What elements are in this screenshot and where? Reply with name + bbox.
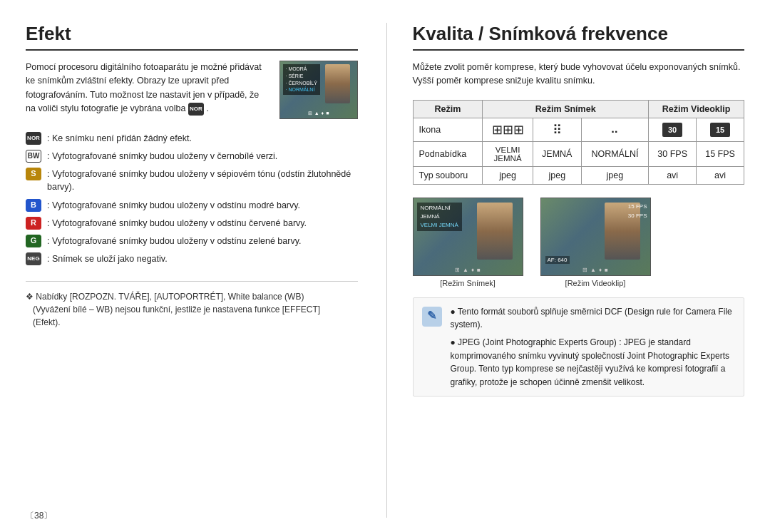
table-row-podnabidka: Podnabídka VELMIJEMNÁ JEMNÁ NORMÁLNÍ 30 … (413, 141, 744, 166)
preview-fps-labels: 15 FPS 30 FPS (628, 203, 647, 221)
cell-icon-grid4: ⠿ (533, 118, 581, 141)
cell-fine: JEMNÁ (533, 141, 581, 166)
cell-icon-30fps: 30 (649, 118, 697, 141)
cell-typ-jpeg3: jpeg (581, 166, 649, 184)
portrait-figure (325, 64, 350, 103)
left-title: Efekt (26, 23, 358, 51)
badge-nor: NOR (26, 132, 41, 145)
right-title: Kvalita / Snímková frekvence (413, 23, 745, 51)
info-icon: ✎ (422, 307, 442, 327)
effect-list: NOR : Ke snímku není přidán žádný efekt.… (26, 132, 358, 265)
cell-icon-15fps: 15 (697, 118, 744, 141)
effect-item-blue: B : Vyfotografované snímky budou uloženy… (26, 199, 358, 212)
cell-typ-jpeg2: jpeg (533, 166, 581, 184)
icon-30fps: 30 (662, 123, 682, 137)
preview-af-indicator: AF: 640 (545, 256, 570, 264)
cell-30fps-label: 30 FPS (649, 141, 697, 166)
cell-very-fine: VELMIJEMNÁ (483, 141, 533, 166)
icon-dots2: ⠤ (610, 123, 619, 135)
col-header-rezim: Režim (413, 100, 483, 118)
effect-text-blue: : Vyfotografované snímky budou uloženy v… (47, 199, 300, 212)
table-row-typ: Typ souboru jpeg jpeg jpeg avi avi (413, 166, 744, 184)
cell-icon-grid9: ⊞⊞⊞ (483, 118, 533, 141)
intro-block: Pomocí procesoru digitálního fotoaparátu… (26, 61, 358, 119)
info-box: ✎ ● Tento formát souborů splňuje směrnic… (413, 297, 745, 397)
preview-videoklip: 15 FPS 30 FPS AF: 640 ⊞ ▲ ♦ ■ [Režim Vid… (540, 198, 651, 287)
intro-text-area: Pomocí procesoru digitálního fotoaparátu… (26, 61, 270, 119)
cell-15fps-label: 15 FPS (697, 141, 744, 166)
effect-text-green: : Vyfotografované snímky budou uloženy v… (47, 235, 301, 247)
menu-item-serie: · SÉRIE (286, 73, 317, 80)
cell-typ-avi2: avi (697, 166, 744, 184)
preview-videoklip-screen: 15 FPS 30 FPS AF: 640 ⊞ ▲ ♦ ■ (540, 198, 651, 276)
left-section: Efekt Pomocí procesoru digitálního fotoa… (26, 23, 358, 518)
col-header-snimek: Režim Snímek (483, 100, 649, 118)
info-text-block: ● Tento formát souborů splňuje směrnici … (451, 305, 736, 389)
cell-typ-jpeg1: jpeg (483, 166, 533, 184)
effect-text-bw: : Vyfotografované snímky budou uloženy v… (47, 150, 277, 163)
info-bullet-2: ● JPEG (Joint Photographic Experts Group… (451, 336, 736, 389)
badge-bw: BW (26, 150, 41, 163)
nor-badge-inline: NOR (188, 103, 204, 116)
cell-podnabidka-label: Podnabídka (413, 141, 483, 166)
cell-typ-label: Typ souboru (413, 166, 483, 184)
camera-menu-overlay: · MODRÁ · SÉRIE · ČERNOBÍLÝ · NORMÁLNÍ (283, 64, 320, 95)
intro-paragraph: Pomocí procesoru digitálního fotoaparátu… (26, 61, 270, 116)
preview-videoklip-label: [Režim Videoklip] (565, 279, 626, 287)
camera-preview-image: · MODRÁ · SÉRIE · ČERNOBÍLÝ · NORMÁLNÍ ⊞… (279, 61, 358, 119)
table-row-ikona: Ikona ⊞⊞⊞ ⠿ ⠤ 30 15 (413, 118, 744, 141)
cell-icon-dots2: ⠤ (581, 118, 649, 141)
cell-typ-avi1: avi (649, 166, 697, 184)
icon-grid9: ⊞ (492, 123, 503, 137)
preview-snimek-label: [Režim Snímek] (440, 279, 496, 287)
menu-item-modr: · MODRÁ (286, 66, 317, 73)
icon-15fps: 15 (710, 123, 730, 137)
preview-snimek-menu: NORMÁLNÍ JEMNÁ VELMI JEMNÁ (417, 203, 462, 231)
right-section: Kvalita / Snímková frekvence Můžete zvol… (386, 23, 745, 518)
menu-item-cernobily: · ČERNOBÍLÝ (286, 80, 317, 87)
effect-item-red: R : Vyfotografované snímky budou uloženy… (26, 217, 358, 230)
preview-snimek-portrait (477, 203, 513, 260)
preview-videoklip-bottom: ⊞ ▲ ♦ ■ (541, 267, 650, 273)
effect-item-bw: BW : Vyfotografované snímky budou uložen… (26, 150, 358, 163)
menu-item-normal: · NORMÁLNÍ (286, 86, 317, 93)
effect-item-sep: S : Vyfotografované snímky budou uloženy… (26, 168, 358, 193)
badge-neg: NEG (26, 252, 41, 265)
effect-text-neg: : Snímek se uloží jako negativ. (47, 252, 168, 265)
note-text: ❖ Nabídky [ROZPOZN. TVÁŘE], [AUTOPORTRÉT… (26, 290, 358, 329)
preview-snimek-bottom: ⊞ ▲ ♦ ■ (414, 267, 523, 273)
effect-text-red: : Vyfotografované snímky budou uloženy v… (47, 217, 307, 230)
col-header-videoklip: Režim Videoklip (649, 100, 744, 118)
effect-text-nor: : Ke snímku není přidán žádný efekt. (47, 132, 192, 145)
badge-green: G (26, 235, 41, 247)
effect-note: ❖ Nabídky [ROZPOZN. TVÁŘE], [AUTOPORTRÉT… (26, 281, 358, 329)
cell-ikona-label: Ikona (413, 118, 483, 141)
camera-icon-row: ⊞ ▲ ♦ ■ (280, 111, 357, 116)
quality-table: Režim Režim Snímek Režim Videoklip Ikona… (413, 100, 745, 185)
preview-snimek: NORMÁLNÍ JEMNÁ VELMI JEMNÁ ⊞ ▲ ♦ ■ [Reži… (413, 198, 523, 287)
icon-grid4: ⠿ (553, 123, 562, 137)
effect-text-sep: : Vyfotografované snímky budou uloženy v… (47, 168, 358, 193)
cell-normal: NORMÁLNÍ (581, 141, 649, 166)
page-number: 〔38〕 (26, 510, 52, 522)
right-intro-text: Můžete zvolit poměr komprese, který bude… (413, 61, 745, 88)
preview-snimek-screen: NORMÁLNÍ JEMNÁ VELMI JEMNÁ ⊞ ▲ ♦ ■ (413, 198, 523, 276)
effect-item-neg: NEG : Snímek se uloží jako negativ. (26, 252, 358, 265)
badge-red: R (26, 217, 41, 230)
effect-item-nor: NOR : Ke snímku není přidán žádný efekt. (26, 132, 358, 145)
effect-item-green: G : Vyfotografované snímky budou uloženy… (26, 235, 358, 247)
preview-images-row: NORMÁLNÍ JEMNÁ VELMI JEMNÁ ⊞ ▲ ♦ ■ [Reži… (413, 198, 745, 287)
badge-sep: S (26, 168, 41, 180)
info-bullet-1: ● Tento formát souborů splňuje směrnici … (451, 305, 736, 332)
badge-blue: B (26, 199, 41, 212)
